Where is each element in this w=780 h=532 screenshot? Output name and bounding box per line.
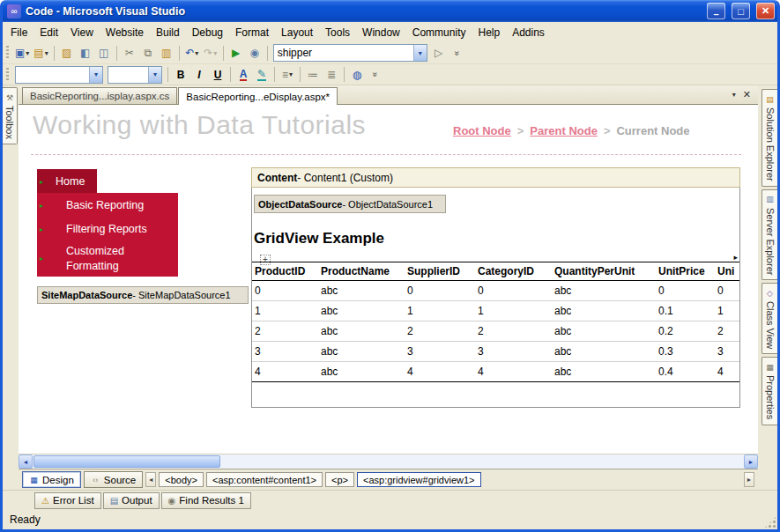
scroll-right-icon[interactable]: ► [744, 454, 758, 469]
document-column: BasicReporting...isplay.aspx.cs BasicRep… [19, 85, 758, 490]
hyperlink-button[interactable]: ◍ [348, 65, 366, 84]
menu-build[interactable]: Build [150, 23, 186, 42]
menu-website[interactable]: Website [100, 23, 150, 42]
open-file-button[interactable]: ▨ [58, 44, 76, 63]
tab-basicreporting-cs[interactable]: BasicReporting...isplay.aspx.cs [22, 87, 177, 104]
toolbar-combobox[interactable]: shipper ▾ [273, 44, 427, 62]
toolbar-overflow-button[interactable]: » [367, 65, 384, 84]
new-project-button[interactable]: ▣▾ [13, 44, 31, 63]
tab-basicreporting-aspx[interactable]: BasicReporting...eDisplay.aspx* [178, 87, 338, 105]
tag-body[interactable]: <body> [159, 472, 204, 487]
find-results-tab[interactable]: ◉ Find Results 1 [161, 492, 251, 509]
minimize-button[interactable]: – [707, 3, 725, 19]
resize-grip[interactable] [764, 516, 776, 528]
tag-scroll-left-icon[interactable]: ◄ [145, 472, 156, 487]
menu-help[interactable]: Help [472, 23, 506, 42]
output-label: Output [122, 495, 152, 506]
start-debug-button[interactable]: ▶ [227, 44, 245, 63]
align-button[interactable]: ≡▾ [279, 65, 296, 84]
grid-cell: abc [552, 342, 656, 362]
numbered-list-button[interactable]: ≣ [323, 65, 340, 84]
properties-icon: ▦ [765, 362, 775, 372]
save-icon: ◧ [80, 48, 90, 58]
horizontal-scrollbar[interactable]: ◄ ► [19, 454, 758, 469]
italic-button[interactable]: I [190, 65, 208, 84]
hyperlink-icon: ◍ [353, 70, 361, 80]
solution-explorer-tab[interactable]: ▤ Solution Explorer [761, 89, 777, 187]
redo-button[interactable]: ↷▾ [202, 44, 219, 63]
source-view-label: Source [104, 475, 136, 485]
grid-cell: 0 [475, 281, 552, 301]
tag-asp-content[interactable]: <asp:content#content1> [206, 472, 323, 487]
tag-scroll-right-icon[interactable]: ► [744, 472, 754, 487]
grid-row: 1 abc 1 1 abc 0.1 1 [252, 301, 739, 321]
save-all-button[interactable]: ◫ [95, 44, 113, 63]
menu-file[interactable]: File [4, 23, 33, 42]
server-explorer-tab[interactable]: ▥ Server Explorer [761, 189, 777, 280]
close-document-icon[interactable]: ✕ [743, 89, 751, 100]
output-tab[interactable]: ▤ Output [103, 492, 160, 509]
undo-button[interactable]: ↶▾ [183, 44, 201, 63]
nav-item-customized-formatting[interactable]: ▸ Customized Formatting [37, 240, 178, 277]
toolbar-overflow-button[interactable]: » [449, 44, 466, 63]
breadcrumb-root-link[interactable]: Root Node [453, 124, 511, 137]
source-view-button[interactable]: ‹› Source [84, 471, 143, 488]
add-item-button[interactable]: ▤▾ [32, 44, 49, 63]
grid-cell: abc [552, 281, 656, 301]
menu-view[interactable]: View [64, 23, 100, 42]
properties-tab[interactable]: ▦ Properties [761, 357, 777, 425]
menu-community[interactable]: Community [406, 23, 472, 42]
menu-window[interactable]: Window [356, 23, 406, 42]
sitemapdatasource-control[interactable]: SiteMapDataSource - SiteMapDataSource1 [37, 286, 249, 304]
menu-tools[interactable]: Tools [319, 23, 356, 42]
menu-layout[interactable]: Layout [275, 23, 319, 42]
chevron-down-icon[interactable]: ▾ [413, 45, 427, 61]
menu-format[interactable]: Format [229, 23, 275, 42]
copy-button[interactable]: ⧉ [139, 44, 157, 63]
toolbar-grip[interactable] [6, 68, 9, 82]
toolbox-tab[interactable]: ⚒ Toolbox [3, 87, 18, 144]
toolbar-grip[interactable] [6, 46, 9, 60]
content-region-header[interactable]: Content - Content1 (Custom) [251, 167, 740, 188]
scrollbar-thumb[interactable] [33, 455, 220, 468]
paste-button[interactable]: ▥ [158, 44, 175, 63]
chevron-down-icon[interactable]: ▾ [89, 67, 102, 83]
menu-addins[interactable]: Addins [506, 23, 551, 42]
highlight-button[interactable]: ✎ [253, 65, 271, 84]
new-project-icon: ▣ [15, 48, 25, 58]
font-color-button[interactable]: A [234, 65, 252, 84]
cut-button[interactable]: ✂ [121, 44, 138, 63]
class-view-tab[interactable]: ◇ Class View [761, 283, 777, 354]
bullet-list-button[interactable]: ≔ [304, 65, 322, 84]
font-name-combobox[interactable]: ▾ [15, 66, 103, 84]
gridview-smart-tag-icon[interactable]: ▸ [733, 253, 738, 262]
data-preview-button[interactable]: ▷ [430, 44, 448, 63]
breadcrumb-parent-link[interactable]: Parent Node [530, 124, 598, 137]
gridview-table[interactable]: ProductID ProductName SupplierID Categor… [252, 262, 739, 382]
toolbar-combobox-value: shipper [274, 47, 413, 59]
chevron-down-icon[interactable]: ▾ [148, 67, 161, 83]
bold-button[interactable]: B [172, 65, 189, 84]
error-list-tab[interactable]: ⚠ Error List [34, 492, 101, 509]
save-button[interactable]: ◧ [77, 44, 94, 63]
scroll-left-icon[interactable]: ◄ [19, 454, 33, 469]
maximize-button[interactable]: □ [732, 3, 750, 19]
objectdatasource-control[interactable]: ObjectDataSource - ObjectDataSource1 [254, 195, 446, 213]
menu-edit[interactable]: Edit [33, 23, 64, 42]
nav-item-basic-reporting[interactable]: ▸ Basic Reporting [37, 193, 178, 217]
nav-item-home[interactable]: ▸ Home [37, 169, 97, 193]
tag-asp-gridview[interactable]: <asp:gridview#gridview1> [357, 472, 481, 487]
close-button[interactable]: ✕ [756, 3, 775, 19]
nav-item-filtering-reports[interactable]: ▸ Filtering Reports [37, 217, 178, 240]
tab-list-icon[interactable]: ▾ [732, 91, 736, 99]
title-bar[interactable]: ∞ Code - Microsoft Visual Studio – □ ✕ [3, 0, 777, 22]
tag-p[interactable]: <p> [325, 472, 354, 487]
save-all-icon: ◫ [99, 48, 108, 58]
menu-debug[interactable]: Debug [186, 23, 229, 42]
align-icon: ≡ [282, 70, 288, 80]
underline-button[interactable]: U [209, 65, 227, 84]
design-view-button[interactable]: ▦ Design [22, 471, 81, 488]
find-in-files-button[interactable]: ◉ [246, 44, 264, 63]
font-size-combobox[interactable]: ▾ [108, 66, 162, 84]
find-results-icon: ◉ [168, 496, 176, 506]
